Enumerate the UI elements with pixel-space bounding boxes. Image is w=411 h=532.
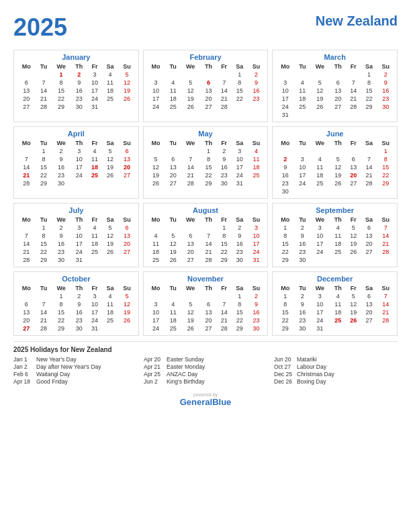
calendar-day: 3 — [146, 300, 166, 308]
holiday-column: Apr 20Easter SundayApr 21Easter MondayAp… — [144, 356, 267, 386]
calendar-day — [310, 71, 330, 79]
calendar-day: 23 — [232, 248, 248, 256]
calendar-day: 10 — [275, 87, 295, 95]
calendar-day: 26 — [310, 103, 330, 111]
calendar-day: 17 — [275, 95, 295, 103]
calendar-day: 26 — [102, 248, 118, 256]
calendar-day: 7 — [17, 155, 36, 163]
calendar-day: 4 — [310, 155, 330, 163]
calendars-grid: JanuaryMoTuWeThFrSaSu1234567891011121314… — [13, 50, 398, 336]
calendar-day: 29 — [36, 179, 52, 187]
calendar-day: 30 — [248, 324, 265, 332]
calendar-day — [361, 147, 377, 155]
calendar-day: 16 — [71, 87, 87, 95]
weekday-header: Th — [71, 216, 87, 224]
calendar-day: 15 — [232, 308, 248, 316]
calendar-day: 21 — [346, 95, 361, 103]
holiday-date: Jun 20 — [274, 356, 294, 363]
weekday-header: We — [310, 62, 330, 71]
calendar-day — [36, 292, 52, 300]
calendar-day: 8 — [36, 155, 52, 163]
calendar-day: 8 — [361, 79, 377, 87]
calendar-day: 12 — [346, 232, 361, 240]
weekday-header: Tu — [165, 284, 181, 292]
list-item: Apr 25ANZAC Day — [144, 371, 267, 378]
holiday-name: Labour Day — [297, 363, 326, 370]
calendar-table: MoTuWeThFrSaSu12345678910111213141516171… — [146, 139, 265, 187]
month-block-july: JulyMoTuWeThFrSaSu1234567891011121314151… — [13, 203, 139, 267]
calendar-day: 9 — [217, 155, 232, 163]
calendar-day: 25 — [102, 316, 118, 324]
holiday-date: Jun 2 — [144, 378, 164, 385]
month-title: October — [17, 275, 136, 283]
calendar-day: 10 — [87, 300, 102, 308]
weekday-header: Fr — [217, 284, 232, 292]
list-item: Feb 6Waitangi Day — [13, 371, 137, 378]
calendar-day — [330, 111, 346, 119]
calendar-day: 7 — [217, 79, 232, 87]
month-title: January — [17, 53, 136, 61]
calendar-day: 20 — [361, 240, 377, 248]
calendar-day: 16 — [248, 87, 265, 95]
calendar-day — [217, 71, 232, 79]
calendar-day: 5 — [346, 292, 361, 300]
list-item: Dec 25Christmas Day — [274, 371, 398, 378]
table-row: 17181920212223 — [146, 316, 265, 324]
weekday-header: Fr — [87, 284, 102, 292]
table-row: 22232425262728 — [275, 316, 394, 324]
calendar-day: 22 — [275, 248, 295, 256]
calendar-day — [181, 224, 200, 232]
weekday-header: Su — [248, 62, 265, 71]
calendar-day: 6 — [118, 224, 135, 232]
calendar-day: 11 — [330, 232, 346, 240]
calendar-day: 16 — [71, 308, 87, 316]
calendar-day: 30 — [71, 324, 87, 332]
calendar-day: 20 — [200, 95, 216, 103]
calendar-day: 18 — [102, 87, 118, 95]
weekday-header: Tu — [36, 216, 52, 224]
calendar-day: 20 — [181, 248, 200, 256]
weekday-header: Sa — [232, 216, 248, 224]
calendar-day: 8 — [275, 300, 295, 308]
calendar-day: 9 — [51, 155, 71, 163]
calendar-day: 17 — [146, 316, 166, 324]
calendar-day: 24 — [71, 171, 87, 179]
calendar-day: 10 — [146, 87, 166, 95]
table-row: 17181920212223 — [275, 95, 394, 103]
calendar-day — [361, 324, 377, 332]
calendar-day: 24 — [310, 316, 330, 324]
calendar-day: 1 — [51, 71, 71, 79]
calendar-day — [17, 224, 36, 232]
calendar-day: 6 — [346, 155, 361, 163]
brand-blue: Blue — [212, 397, 231, 407]
calendar-day: 1 — [36, 147, 52, 155]
calendar-day — [310, 111, 330, 119]
calendar-day — [377, 256, 394, 264]
table-row: 6789101112 — [17, 79, 136, 87]
calendar-day: 11 — [330, 300, 346, 308]
calendar-day: 24 — [275, 103, 295, 111]
table-row: 18192021222324 — [146, 248, 265, 256]
table-row: 891011121314 — [275, 300, 394, 308]
calendar-day: 19 — [165, 248, 181, 256]
weekday-header: We — [181, 216, 200, 224]
weekday-header: Sa — [361, 139, 377, 147]
calendar-day: 26 — [102, 171, 118, 179]
weekday-header: Su — [118, 139, 135, 147]
table-row: 891011121314 — [275, 232, 394, 240]
calendar-day: 18 — [87, 240, 102, 248]
list-item: Oct 27Labour Day — [274, 363, 398, 370]
calendar-day: 4 — [87, 147, 102, 155]
month-block-march: MarchMoTuWeThFrSaSu123456789101112131415… — [272, 50, 398, 122]
table-row: 9101112131415 — [275, 163, 394, 171]
calendar-day: 10 — [146, 308, 166, 316]
table-row: 24252627282930 — [146, 324, 265, 332]
calendar-day: 8 — [36, 232, 52, 240]
weekday-header: Fr — [87, 216, 102, 224]
weekday-header: Su — [377, 62, 394, 71]
calendar-day: 24 — [248, 248, 265, 256]
calendar-day: 9 — [248, 300, 265, 308]
calendar-day: 8 — [200, 155, 216, 163]
calendar-day — [295, 187, 310, 195]
table-row: 12 — [146, 71, 265, 79]
